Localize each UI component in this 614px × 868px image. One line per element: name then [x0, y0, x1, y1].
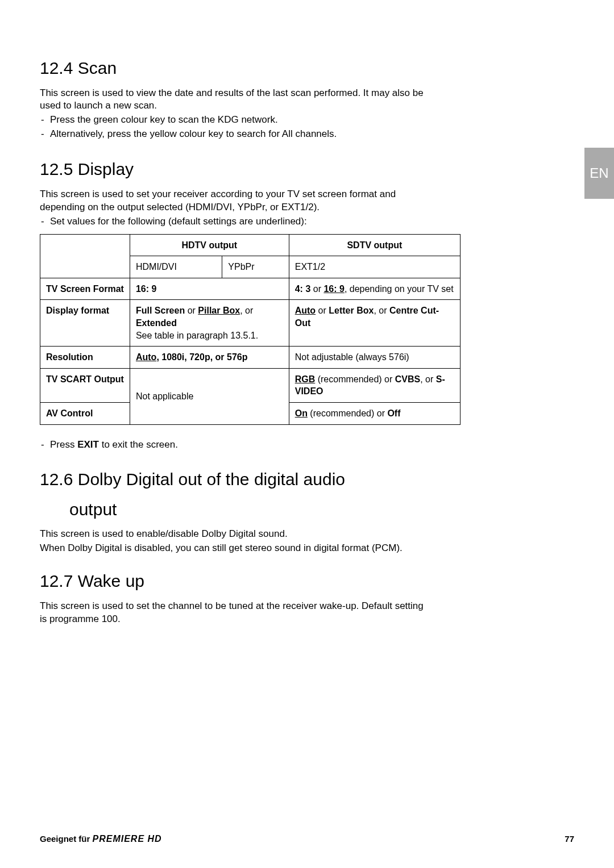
heading-dolby-line2: output [40, 498, 426, 521]
cell-display-format-hd: Full Screen or Pillar Box, or ExtendedSe… [130, 300, 289, 347]
display-bullets: Set values for the following (default se… [40, 215, 426, 228]
cell-avcontrol-sd: On (recommended) or Off [289, 402, 460, 424]
cell-screen-format-sd: 4: 3 or 16: 9, depending on your TV set [289, 278, 460, 300]
th-hdtv: HDTV output [130, 234, 289, 256]
display-bullet-1: Set values for the following (default se… [40, 215, 426, 228]
th-sdtv: SDTV output [289, 234, 460, 256]
row-resolution: Resolution [40, 347, 130, 369]
exit-text: Press EXIT to exit the screen. [40, 439, 426, 452]
cell-ext12: EXT1/2 [289, 256, 460, 278]
heading-dolby: 12.6 Dolby Digital out of the digital au… [40, 468, 426, 491]
page-content: 12.4 Scan This screen is used to view th… [40, 57, 426, 626]
cell-screen-format-hd: 16: 9 [130, 278, 289, 300]
exit-bullet: Press EXIT to exit the screen. [40, 439, 426, 452]
scan-bullets: Press the green colour key to scan the K… [40, 114, 426, 141]
cell-display-format-sd: Auto or Letter Box, or Centre Cut-Out [289, 300, 460, 347]
display-intro: This screen is used to set your receiver… [40, 188, 426, 214]
heading-wake: 12.7 Wake up [40, 570, 426, 593]
heading-display: 12.5 Display [40, 158, 426, 181]
scan-bullet-2: Alternatively, press the yellow colour k… [40, 128, 426, 141]
settings-table: HDTV output SDTV output HDMI/DVI YPbPr E… [40, 234, 460, 425]
cell-scart-sd: RGB (recommended) or CVBS, or S-VIDEO [289, 368, 460, 402]
scan-intro: This screen is used to view the date and… [40, 87, 426, 113]
row-screen-format: TV Screen Format [40, 278, 130, 300]
language-tab: EN [584, 148, 614, 199]
row-scart: TV SCART Output [40, 368, 130, 402]
page-footer: Geeignet für PREMIERE HD 77 [40, 833, 574, 845]
heading-scan: 12.4 Scan [40, 57, 426, 80]
dolby-p1: This screen is used to enable/disable Do… [40, 528, 426, 541]
row-avcontrol: AV Control [40, 402, 130, 424]
cell-resolution-sd: Not adjustable (always 576i) [289, 347, 460, 369]
page-number: 77 [565, 833, 574, 845]
dolby-p2: When Dolby Digital is disabled, you can … [40, 542, 426, 555]
cell-ypbpr: YPbPr [222, 256, 289, 278]
row-display-format: Display format [40, 300, 130, 347]
wake-p1: This screen is used to set the channel t… [40, 600, 426, 626]
cell-resolution-hd: Auto, 1080i, 720p, or 576p [130, 347, 289, 369]
scan-bullet-1: Press the green colour key to scan the K… [40, 114, 426, 127]
cell-scart-hd: Not applicable [130, 368, 289, 424]
footer-left: Geeignet für PREMIERE HD [40, 833, 162, 845]
cell-hdmidvi: HDMI/DVI [130, 256, 222, 278]
